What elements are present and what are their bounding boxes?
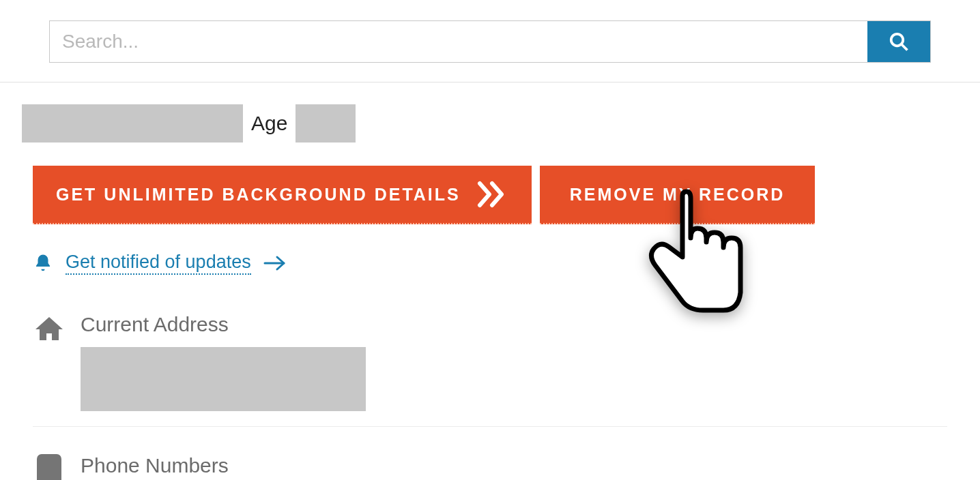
bell-icon [33, 253, 53, 273]
content-area: Age GET UNLIMITED BACKGROUND DETAILS REM… [0, 82, 980, 480]
search-icon [889, 31, 909, 52]
get-notified-link[interactable]: Get notified of updates [66, 252, 251, 275]
name-age-row: Age [22, 104, 947, 142]
search-input[interactable] [50, 21, 867, 62]
redacted-age [296, 104, 356, 142]
redacted-name [22, 104, 243, 142]
search-bar-area [0, 0, 980, 82]
home-icon [33, 313, 66, 346]
search-button[interactable] [867, 21, 930, 62]
age-label: Age [250, 112, 289, 135]
remove-my-record-label: REMOVE MY RECORD [570, 185, 786, 205]
notify-row: Get notified of updates [33, 252, 947, 275]
search-wrap [49, 20, 931, 63]
arrow-right-icon [263, 255, 287, 271]
phone-icon [37, 454, 61, 480]
double-chevron-right-icon [476, 181, 508, 208]
remove-my-record-button[interactable]: REMOVE MY RECORD [540, 166, 816, 224]
cta-button-row: GET UNLIMITED BACKGROUND DETAILS REMOVE … [33, 166, 947, 224]
get-background-details-label: GET UNLIMITED BACKGROUND DETAILS [56, 185, 461, 205]
current-address-section: Current Address [33, 313, 947, 411]
svg-point-0 [891, 34, 904, 46]
current-address-title: Current Address [81, 313, 366, 336]
svg-line-1 [902, 44, 908, 50]
phone-numbers-section: Phone Numbers [33, 454, 947, 480]
phone-numbers-title: Phone Numbers [81, 454, 229, 477]
redacted-address [81, 347, 366, 411]
get-background-details-button[interactable]: GET UNLIMITED BACKGROUND DETAILS [33, 166, 532, 224]
section-divider [33, 426, 947, 427]
